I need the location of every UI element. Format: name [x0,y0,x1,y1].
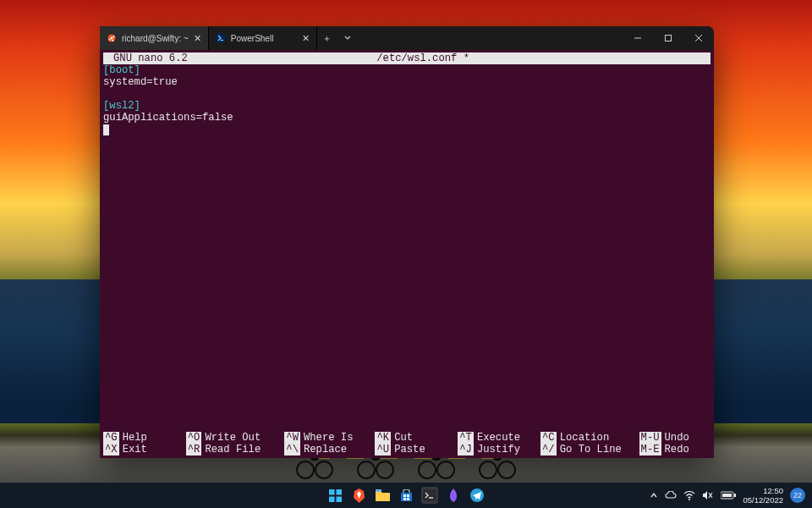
config-line: guiApplications=false [103,112,233,124]
svg-point-4 [112,40,113,41]
ini-section: [boot] [103,64,140,76]
desktop: richard@Swifty: ~ ✕ PowerShell ✕ ＋ [0,0,812,508]
config-line: systemd=true [103,76,178,88]
svg-point-21 [689,499,690,500]
nano-footer: ^GHelp ^OWrite Out ^WWhere Is ^KCut ^TEx… [103,432,710,456]
shortcut-location: ^CLocation [540,432,636,444]
maximize-button[interactable] [653,26,683,50]
terminal-body[interactable]: GNU nano 6.2 /etc/wsl.conf * [boot] syst… [100,50,714,458]
tab-label: richard@Swifty: ~ [122,34,189,43]
svg-rect-18 [423,489,436,501]
cloud-sync-icon[interactable] [665,491,677,500]
powershell-icon [216,33,226,43]
shortcut-redo: M-ERedo [639,444,710,456]
svg-rect-8 [329,489,335,495]
svg-rect-26 [734,494,736,497]
shortcut-gotoline: ^/Go To Line [540,444,636,456]
window-controls [623,26,714,50]
volume-icon[interactable] [702,490,714,500]
svg-point-2 [113,36,115,37]
telegram-icon[interactable] [469,487,486,504]
taskbar-center [326,487,486,504]
svg-rect-17 [407,498,409,500]
tab-label: PowerShell [231,34,274,43]
svg-rect-16 [403,498,406,500]
terminal-window: richard@Swifty: ~ ✕ PowerShell ✕ ＋ [100,26,714,458]
clock[interactable]: 12:50 05/12/2022 [743,486,783,505]
tab-ubuntu[interactable]: richard@Swifty: ~ ✕ [100,26,209,50]
notification-badge[interactable]: 22 [790,488,805,503]
shortcut-justify: ^JJustify [458,444,537,456]
shortcut-readfile: ^RRead File [186,444,282,456]
nano-app-title: GNU nano 6.2 [105,52,376,64]
window-titlebar[interactable]: richard@Swifty: ~ ✕ PowerShell ✕ ＋ [100,26,714,50]
time-text: 12:50 [743,486,783,495]
nano-header: GNU nano 6.2 /etc/wsl.conf * [103,52,710,64]
svg-rect-11 [336,496,342,502]
battery-icon[interactable] [721,491,736,500]
shortcut-execute: ^TExecute [458,432,537,444]
tab-close-icon[interactable]: ✕ [194,33,201,44]
close-button[interactable] [683,26,714,50]
shortcut-cut: ^KCut [375,432,454,444]
svg-rect-12 [376,489,381,492]
svg-rect-10 [329,496,335,502]
minimize-button[interactable] [623,26,653,50]
shortcut-whereis: ^WWhere Is [284,432,371,444]
ubuntu-icon [107,33,117,43]
svg-point-3 [109,39,111,41]
tab-close-icon[interactable]: ✕ [302,33,310,44]
svg-rect-15 [407,494,409,497]
terminal-taskbar-icon[interactable] [421,487,438,504]
shortcut-exit: ^XExit [103,444,183,456]
ini-section: [wsl2] [103,100,140,112]
tray-chevron-icon[interactable] [650,491,658,500]
app-icon-purple[interactable] [445,487,462,504]
nano-editor[interactable]: [boot] systemd=true [wsl2] guiApplicatio… [103,64,710,432]
svg-rect-9 [336,489,342,495]
start-button[interactable] [326,487,343,504]
svg-rect-14 [403,494,406,497]
brave-icon[interactable] [350,487,367,504]
tab-dropdown-button[interactable] [337,26,358,50]
date-text: 05/12/2022 [743,495,783,505]
store-icon[interactable] [398,487,414,504]
tab-powershell[interactable]: PowerShell ✕ [209,26,317,50]
shortcut-help: ^GHelp [103,432,183,444]
svg-rect-7 [666,36,672,41]
taskbar: 12:50 05/12/2022 22 [0,483,812,508]
nano-filename: /etc/wsl.conf * [376,52,709,64]
shortcut-writeout: ^OWrite Out [186,432,282,444]
shortcut-paste: ^UPaste [375,444,454,456]
svg-rect-13 [401,493,412,501]
shortcut-undo: M-UUndo [639,432,710,444]
new-tab-button[interactable]: ＋ [317,26,337,50]
shortcut-replace: ^\Replace [284,444,371,456]
svg-point-1 [111,37,113,40]
system-tray: 12:50 05/12/2022 22 [650,486,805,505]
wifi-icon[interactable] [683,491,695,500]
cursor [103,124,109,135]
file-explorer-icon[interactable] [374,487,391,504]
svg-rect-25 [722,494,732,497]
